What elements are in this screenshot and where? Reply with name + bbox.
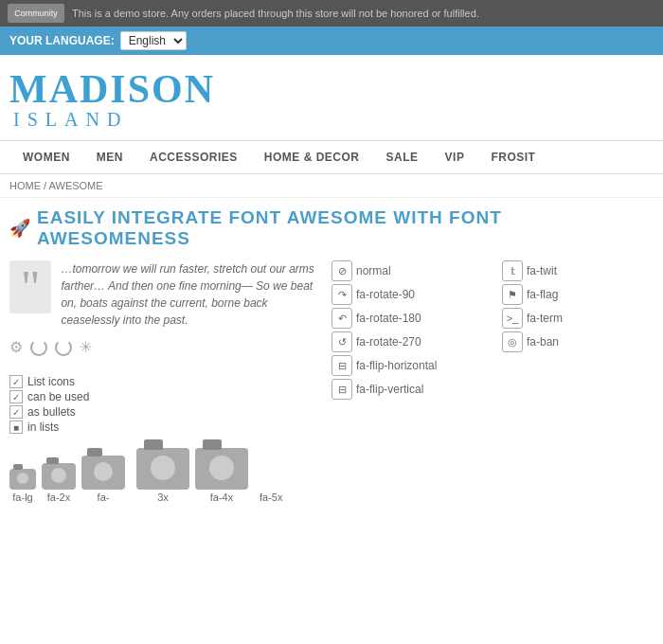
logo-island: ISLAND <box>13 109 654 131</box>
list-item: ✓ can be used <box>9 390 322 403</box>
rocket-icon: 🚀 <box>9 218 31 239</box>
icon-item-ban: ◎ fa-ban <box>502 331 654 352</box>
spinner-icon-1 <box>30 339 47 356</box>
camera-icon-lg <box>9 469 36 490</box>
breadcrumb-home[interactable]: HOME <box>9 180 41 191</box>
content-left: " …tomorrow we will run faster, stretch … <box>9 260 322 503</box>
icon-flip-v: ⊟ <box>332 379 352 400</box>
icon-item-flip-h: ⊟ fa-flip-horizontal <box>332 355 483 376</box>
logo-area: MADISON ISLAND <box>0 55 663 141</box>
icon-label-rotate180: fa-rotate-180 <box>356 312 421 325</box>
icon-normal: ⊘ <box>332 260 352 281</box>
icon-label-flip-h: fa-flip-horizontal <box>356 359 437 372</box>
icon-item-term: >_ fa-term <box>502 308 654 329</box>
camera-item-3x: 3x <box>136 448 189 503</box>
nav-men[interactable]: MEN <box>83 141 136 173</box>
content-row: " …tomorrow we will run faster, stretch … <box>9 260 654 503</box>
icon-rotate270: ↺ <box>332 331 352 352</box>
magento-logo: Community <box>8 4 64 23</box>
icon-item-twit: 𝕥 fa-twit <box>502 260 654 281</box>
check-icon-4: ■ <box>9 420 23 434</box>
icon-label-twit: fa-twit <box>527 264 557 277</box>
main-content: 🚀 EASILY INTEGRATE FONT AWESOME WITH FON… <box>0 198 663 512</box>
camera-item-2x: fa-2x <box>42 463 76 503</box>
list-item: ✓ as bullets <box>9 405 322 419</box>
icon-rotate180: ↶ <box>332 308 352 329</box>
icon-item-flip-v: ⊟ fa-flip-vertical <box>332 379 483 400</box>
icon-flag: ⚑ <box>502 284 523 305</box>
nav-sale[interactable]: SALE <box>373 141 432 173</box>
icon-item-rotate180: ↶ fa-rotate-180 <box>332 308 483 329</box>
language-select[interactable]: English <box>120 31 187 50</box>
breadcrumb-current: AWESOME <box>49 180 103 191</box>
icon-label-flip-v: fa-flip-vertical <box>356 383 423 396</box>
camera-icon-3x <box>136 448 189 490</box>
icon-rotate90: ↷ <box>332 284 352 305</box>
camera-section: fa-lg fa-2x fa- 3x fa-4x <box>9 448 322 503</box>
icon-transform-grid: ⊘ normal 𝕥 fa-twit ↷ fa-rotate-90 ⚑ fa-f… <box>332 260 654 400</box>
icon-label-flag: fa-flag <box>527 288 558 301</box>
camera-icon-3x-top <box>81 456 125 490</box>
list-item-label-3: as bullets <box>27 405 76 419</box>
camera-item-3x-top: fa- <box>81 456 125 503</box>
camera-label-2x: fa-2x <box>47 492 70 503</box>
check-icon-2: ✓ <box>9 390 23 403</box>
camera-icon-4x <box>195 448 248 490</box>
list-item: ■ in lists <box>9 420 322 434</box>
logo-madison: MADISON <box>9 69 654 109</box>
page-title-text: EASILY INTEGRATE FONT AWESOME WITH FONT … <box>37 207 654 249</box>
list-item-label-2: can be used <box>27 390 89 403</box>
nav-accessories[interactable]: ACCESSORIES <box>136 141 251 173</box>
spin-icons-row: ⚙ ✳ <box>9 338 322 356</box>
nav-home-decor[interactable]: HOME & DECOR <box>251 141 373 173</box>
quote-mark-icon: " <box>9 260 51 313</box>
content-right: ⊘ normal 𝕥 fa-twit ↷ fa-rotate-90 ⚑ fa-f… <box>332 260 654 503</box>
camera-label-3x: 3x <box>157 492 169 503</box>
camera-icon-2x <box>42 463 76 490</box>
nav-women[interactable]: WOMEN <box>9 141 83 173</box>
language-bar: YOUR LANGUAGE: English <box>0 27 663 55</box>
icon-twit: 𝕥 <box>502 260 523 281</box>
icon-item-rotate90: ↷ fa-rotate-90 <box>332 284 483 305</box>
main-navigation: WOMEN MEN ACCESSORIES HOME & DECOR SALE … <box>0 141 663 174</box>
demo-message: This is a demo store. Any orders placed … <box>72 8 479 19</box>
icon-label-term: fa-term <box>527 312 563 325</box>
icon-bullet-list: ✓ List icons ✓ can be used ✓ as bullets … <box>9 375 322 434</box>
camera-label-lg: fa-lg <box>12 492 32 503</box>
camera-label-5x: fa-5x <box>260 492 282 503</box>
asterisk-icon: ✳ <box>80 338 92 356</box>
camera-label-4x: fa-4x <box>210 492 233 503</box>
icon-item-flag: ⚑ fa-flag <box>502 284 654 305</box>
list-item-label-4: in lists <box>27 420 59 434</box>
icon-flip-h: ⊟ <box>332 355 352 376</box>
icon-label-normal: normal <box>356 264 391 277</box>
icon-label-rotate90: fa-rotate-90 <box>356 288 415 301</box>
list-item-label-1: List icons <box>27 375 75 388</box>
breadcrumb: HOME / AWESOME <box>0 174 663 198</box>
page-title: 🚀 EASILY INTEGRATE FONT AWESOME WITH FON… <box>9 207 654 249</box>
icon-ban: ◎ <box>502 331 523 352</box>
spinner-icon-2 <box>55 339 72 356</box>
list-item: ✓ List icons <box>9 375 322 388</box>
icon-term: >_ <box>502 308 523 329</box>
quote-text: …tomorrow we will run faster, stretch ou… <box>61 260 322 329</box>
gear-icon: ⚙ <box>9 338 23 356</box>
list-icons-section: ✓ List icons ✓ can be used ✓ as bullets … <box>9 375 322 434</box>
camera-label-3x-top: fa- <box>98 492 110 503</box>
quote-block: " …tomorrow we will run faster, stretch … <box>9 260 322 329</box>
check-icon-3: ✓ <box>9 405 23 419</box>
icon-item-normal: ⊘ normal <box>332 260 483 281</box>
icon-label-ban: fa-ban <box>527 335 559 349</box>
icon-item-rotate270: ↺ fa-rotate-270 <box>332 331 483 352</box>
demo-bar: Community This is a demo store. Any orde… <box>0 0 663 27</box>
camera-item-lg: fa-lg <box>9 469 36 503</box>
check-icon-1: ✓ <box>9 375 23 388</box>
icon-label-rotate270: fa-rotate-270 <box>356 335 421 349</box>
language-label: YOUR LANGUAGE: <box>9 34 115 47</box>
nav-vip[interactable]: VIP <box>432 141 478 173</box>
nav-frosit[interactable]: FROSIT <box>477 141 548 173</box>
camera-item-4x: fa-4x <box>195 448 248 503</box>
